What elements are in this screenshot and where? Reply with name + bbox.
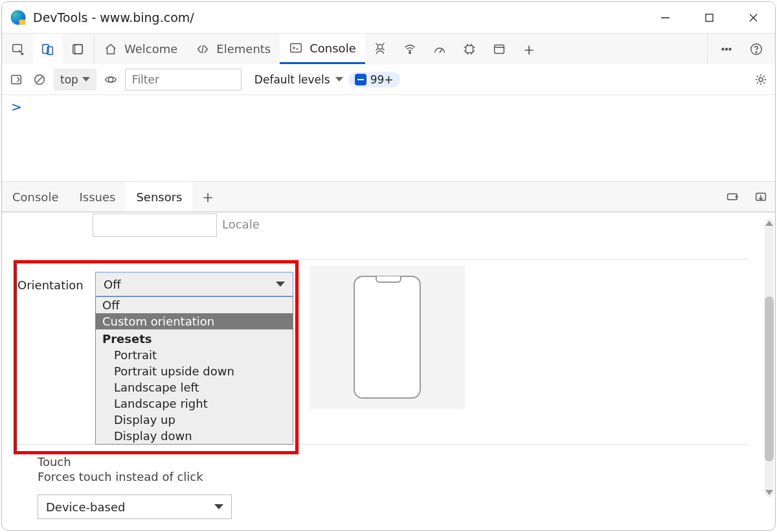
drawer-expand-icon[interactable] bbox=[718, 182, 747, 212]
drawer-tab-console-label: Console bbox=[12, 190, 58, 204]
orientation-option-custom[interactable]: Custom orientation bbox=[96, 313, 293, 329]
divider bbox=[15, 259, 749, 260]
touch-description: Forces touch instead of click bbox=[38, 470, 203, 483]
console-settings-icon[interactable] bbox=[752, 71, 770, 89]
window-title: DevTools - www.bing.com/ bbox=[33, 10, 194, 25]
console-filterbar: top Default levels 99+ bbox=[2, 64, 775, 95]
console-body[interactable]: > bbox=[2, 95, 775, 181]
close-button[interactable] bbox=[731, 2, 775, 33]
touch-mode-select[interactable]: Device-based bbox=[38, 494, 232, 519]
orientation-group-presets: Presets bbox=[96, 329, 293, 347]
code-icon bbox=[196, 42, 210, 56]
scrollbar[interactable] bbox=[765, 219, 774, 497]
orientation-option-portrait-upside[interactable]: Portrait upside down bbox=[96, 363, 293, 379]
issues-badge[interactable]: 99+ bbox=[348, 72, 400, 87]
drawer-tabs: Console Issues Sensors ＋ bbox=[2, 181, 775, 212]
log-levels-selector[interactable]: Default levels bbox=[254, 73, 343, 86]
toggle-sidebar-icon[interactable] bbox=[7, 71, 25, 89]
main-toolbar: Welcome Elements Console ＋ bbox=[2, 33, 775, 64]
console-prompt: > bbox=[11, 99, 22, 115]
svg-point-12 bbox=[377, 45, 382, 49]
locale-label: Locale bbox=[222, 217, 260, 231]
live-expression-icon[interactable] bbox=[102, 71, 120, 89]
filter-input[interactable] bbox=[125, 69, 242, 91]
svg-rect-1 bbox=[19, 19, 26, 25]
minimize-button[interactable] bbox=[643, 2, 687, 33]
titlebar: DevTools - www.bing.com/ bbox=[2, 2, 775, 33]
orientation-option-landscape-right[interactable]: Landscape right bbox=[96, 395, 293, 412]
inspect-device-group bbox=[2, 34, 95, 64]
orientation-select[interactable]: Off bbox=[95, 272, 293, 296]
svg-rect-11 bbox=[291, 44, 302, 52]
touch-label: Touch bbox=[38, 455, 71, 469]
svg-line-24 bbox=[36, 76, 42, 82]
issue-icon bbox=[355, 74, 366, 85]
orientation-label: Orientation bbox=[17, 278, 84, 292]
inspect-element-icon[interactable] bbox=[3, 34, 33, 65]
console-icon bbox=[289, 41, 303, 55]
orientation-option-off[interactable]: Off bbox=[96, 297, 293, 313]
svg-rect-10 bbox=[74, 44, 82, 54]
help-icon[interactable] bbox=[741, 34, 771, 65]
sensors-panel: Locale Orientation Off Off Custom orient… bbox=[2, 212, 775, 521]
context-label: top bbox=[60, 73, 78, 86]
devtools-window: DevTools - www.bing.com/ Welcome Elemen bbox=[1, 1, 776, 531]
locale-input[interactable] bbox=[93, 214, 217, 237]
orientation-dropdown: Off Custom orientation Presets Portrait … bbox=[95, 296, 293, 445]
drawer-add-tab[interactable]: ＋ bbox=[192, 182, 223, 212]
phone-icon bbox=[354, 276, 421, 399]
tab-elements-label: Elements bbox=[216, 42, 271, 56]
svg-rect-3 bbox=[706, 14, 713, 21]
svg-point-17 bbox=[722, 48, 724, 50]
svg-point-25 bbox=[108, 77, 113, 82]
sources-icon[interactable] bbox=[365, 34, 395, 65]
tab-console-label: Console bbox=[310, 41, 355, 55]
tab-welcome[interactable]: Welcome bbox=[95, 34, 186, 64]
drawer-tab-sensors-label: Sensors bbox=[136, 190, 182, 204]
home-icon bbox=[104, 42, 118, 56]
memory-icon[interactable] bbox=[455, 34, 484, 65]
more-menu-icon[interactable] bbox=[712, 34, 741, 65]
svg-point-18 bbox=[726, 48, 728, 50]
maximize-button[interactable] bbox=[687, 2, 731, 33]
window-controls bbox=[643, 2, 775, 33]
device-toggle-icon[interactable] bbox=[33, 34, 63, 65]
tab-elements[interactable]: Elements bbox=[186, 34, 280, 64]
touch-mode-value: Device-based bbox=[46, 500, 125, 514]
more-tabs-plus[interactable]: ＋ bbox=[514, 34, 544, 65]
scroll-down-icon[interactable] bbox=[765, 488, 774, 497]
screencast-icon[interactable] bbox=[63, 34, 93, 65]
orientation-value: Off bbox=[104, 278, 121, 291]
drawer-tab-issues[interactable]: Issues bbox=[69, 182, 126, 212]
scroll-up-icon[interactable] bbox=[765, 219, 774, 228]
orientation-option-display-up[interactable]: Display up bbox=[96, 412, 293, 428]
svg-point-13 bbox=[409, 52, 411, 53]
drawer-collapse-icon[interactable] bbox=[747, 182, 775, 212]
svg-rect-15 bbox=[494, 45, 504, 54]
chevron-down-icon bbox=[214, 504, 223, 509]
orientation-option-display-down[interactable]: Display down bbox=[96, 428, 293, 444]
drawer-tab-console[interactable]: Console bbox=[2, 182, 69, 212]
application-icon[interactable] bbox=[484, 34, 514, 65]
drawer-tab-sensors[interactable]: Sensors bbox=[126, 182, 192, 212]
chevron-down-icon bbox=[82, 77, 90, 82]
svg-rect-14 bbox=[466, 46, 473, 53]
orientation-option-landscape-left[interactable]: Landscape left bbox=[96, 379, 293, 395]
issue-count: 99+ bbox=[370, 73, 394, 86]
performance-icon[interactable] bbox=[425, 34, 455, 65]
chevron-down-icon bbox=[276, 282, 285, 287]
orientation-preview bbox=[310, 265, 465, 409]
scroll-thumb[interactable] bbox=[765, 296, 774, 461]
tab-welcome-label: Welcome bbox=[124, 42, 177, 56]
svg-point-19 bbox=[729, 48, 731, 50]
svg-point-21 bbox=[756, 51, 757, 52]
levels-label: Default levels bbox=[254, 73, 330, 86]
tab-console[interactable]: Console bbox=[280, 34, 365, 64]
orientation-option-portrait[interactable]: Portrait bbox=[96, 347, 293, 363]
clear-console-icon[interactable] bbox=[30, 71, 49, 89]
edge-logo-icon bbox=[10, 9, 27, 26]
drawer-tab-issues-label: Issues bbox=[79, 190, 115, 204]
context-selector[interactable]: top bbox=[54, 69, 96, 91]
network-icon[interactable] bbox=[395, 34, 425, 65]
phone-notch bbox=[376, 276, 401, 283]
